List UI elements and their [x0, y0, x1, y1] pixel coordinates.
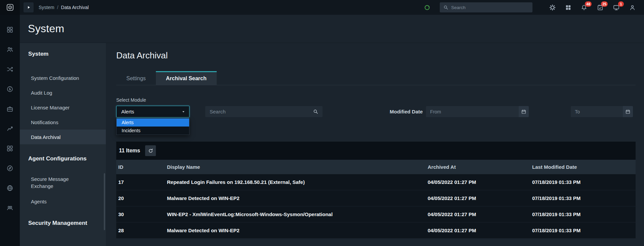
modified-date-label: Modified Date — [390, 109, 423, 114]
cell-last-modified: 07/18/2019 01:33 PM — [532, 190, 636, 206]
tab-bar: Settings Archival Search — [116, 71, 636, 85]
global-search-input[interactable] — [440, 2, 532, 12]
cell-display-name: Malware Detected on WIN-EP2 — [167, 223, 428, 238]
compass-icon — [6, 165, 13, 172]
refresh-button[interactable] — [145, 145, 156, 156]
rail-dashboard-button[interactable] — [3, 22, 17, 37]
rail-briefcase-button[interactable] — [3, 101, 17, 116]
cell-display-name: Malware Detected on WIN-EP2 — [167, 190, 428, 206]
sync-status-icon — [424, 4, 430, 11]
modules-grid-icon — [6, 145, 13, 152]
from-calendar-button[interactable] — [519, 106, 529, 117]
column-header-last-modified[interactable]: Last Modified Date — [532, 160, 636, 174]
system-monitor-badge: 1 — [618, 1, 624, 7]
select-module-label: Select Module — [116, 97, 636, 103]
rail-team-button[interactable] — [3, 200, 17, 215]
user-icon — [629, 4, 636, 11]
sidebar-section-security-management[interactable]: Security Management — [20, 219, 106, 228]
rail-compass-button[interactable] — [3, 161, 17, 176]
items-count: 11 Items — [119, 148, 140, 154]
page-header: System — [20, 15, 644, 43]
system-monitor-button[interactable]: 1 — [613, 4, 620, 11]
cell-display-name: WIN-EP2 - XmlWinEventLog:Microsoft-Windo… — [167, 206, 428, 222]
rail-users-button[interactable] — [3, 42, 17, 57]
rail-modules-button[interactable] — [3, 141, 17, 156]
table-row[interactable]: 17 Repeated Login Failures on 192.168.50… — [116, 174, 636, 190]
gear-icon — [549, 4, 556, 11]
sidebar-section-system[interactable]: System — [20, 50, 106, 58]
sidebar-item-agents[interactable]: Agents — [20, 194, 106, 209]
sidebar-item-notifications[interactable]: Notifications — [20, 115, 106, 130]
column-header-display-name[interactable]: Display Name — [167, 160, 428, 174]
breadcrumb: System / Data Archival — [39, 5, 89, 10]
settings-button[interactable] — [549, 4, 556, 11]
main-content: Data Archival Settings Archival Search S… — [106, 43, 644, 246]
team-icon — [6, 204, 13, 211]
column-header-archived-at[interactable]: Archived At — [428, 160, 532, 174]
cell-id: 30 — [116, 206, 167, 222]
sidebar-item-audit-log[interactable]: Audit Log — [20, 85, 106, 100]
archival-results-table: 11 Items ID Display Name Archived At Las… — [116, 142, 636, 239]
cell-id: 28 — [116, 223, 167, 238]
module-select[interactable]: Alerts Alerts Incidents — [116, 106, 189, 117]
rail-shuffle-button[interactable] — [3, 62, 17, 77]
cell-last-modified: 07/18/2019 01:33 PM — [532, 223, 636, 238]
sync-status-button[interactable] — [424, 4, 430, 11]
rail-globe-button[interactable] — [3, 181, 17, 195]
notifications-badge: 48 — [585, 1, 592, 7]
sidebar-item-data-archival[interactable]: Data Archival — [20, 130, 106, 144]
sidebar-item-system-configuration[interactable]: System Configuration — [20, 70, 106, 85]
dropdown-option-incidents[interactable]: Incidents — [117, 127, 189, 135]
cell-last-modified: 07/18/2019 01:33 PM — [532, 206, 636, 222]
sidebar-section-agent-configurations[interactable]: Agent Configurations — [20, 154, 106, 163]
left-icon-rail — [0, 15, 20, 246]
table-header-row: ID Display Name Archived At Last Modifie… — [116, 160, 636, 174]
tasks-button[interactable]: 25 — [597, 4, 604, 11]
section-title: Data Archival — [116, 50, 636, 61]
breadcrumb-current: Data Archival — [61, 5, 89, 10]
users-icon — [6, 46, 13, 53]
breadcrumb-root[interactable]: System — [39, 5, 54, 10]
table-row[interactable]: 30 WIN-EP2 - XmlWinEventLog:Microsoft-Wi… — [116, 206, 636, 223]
module-select-dropdown: Alerts Incidents — [116, 118, 189, 135]
tab-settings[interactable]: Settings — [116, 71, 156, 85]
table-row[interactable]: 28 Malware Detected on WIN-EP2 04/05/202… — [116, 223, 636, 239]
chevron-down-icon — [181, 109, 186, 114]
tab-archival-search[interactable]: Archival Search — [156, 71, 217, 85]
sidebar-item-license-manager[interactable]: License Manager — [20, 100, 106, 115]
archival-search — [205, 106, 323, 117]
app-logo[interactable] — [0, 0, 20, 15]
page-title: System — [28, 22, 65, 35]
column-header-id[interactable]: ID — [116, 160, 167, 174]
from-date-input[interactable] — [426, 106, 519, 117]
calendar-icon — [521, 109, 526, 114]
sidebar-item-secure-message-exchange[interactable]: Secure Message Exchange — [20, 171, 106, 194]
cell-display-name: Repeated Login Failures on 192.168.50.21… — [167, 174, 428, 190]
tasks-badge: 25 — [601, 1, 608, 7]
rail-activity-button[interactable] — [3, 82, 17, 96]
notifications-button[interactable]: 48 — [581, 4, 588, 11]
table-row[interactable]: 20 Malware Detected on WIN-EP2 04/05/202… — [116, 190, 636, 206]
globe-icon — [6, 185, 13, 192]
table-toolbar: 11 Items — [116, 142, 636, 160]
to-calendar-button[interactable] — [623, 106, 633, 117]
play-icon — [26, 5, 31, 10]
analytics-icon — [6, 125, 13, 132]
apps-icon — [565, 4, 571, 11]
to-date-input[interactable] — [571, 106, 623, 117]
rail-analytics-button[interactable] — [3, 121, 17, 136]
secondary-sidebar: System System Configuration Audit Log Li… — [20, 43, 106, 246]
profile-button[interactable] — [629, 4, 636, 11]
cell-last-modified: 07/18/2019 01:33 PM — [532, 174, 636, 190]
cell-archived-at: 04/05/2022 01:27 PM — [428, 223, 532, 238]
expand-nav-button[interactable] — [24, 2, 34, 12]
calendar-icon — [625, 109, 631, 114]
cell-id: 17 — [116, 174, 167, 190]
apps-button[interactable] — [565, 4, 571, 11]
archival-search-input[interactable] — [205, 106, 323, 117]
app-logo-icon — [6, 3, 14, 11]
from-date-group — [426, 106, 529, 117]
sidebar-scrollbar[interactable] — [104, 173, 105, 230]
dropdown-option-alerts[interactable]: Alerts — [117, 118, 189, 127]
shuffle-icon — [6, 66, 13, 73]
